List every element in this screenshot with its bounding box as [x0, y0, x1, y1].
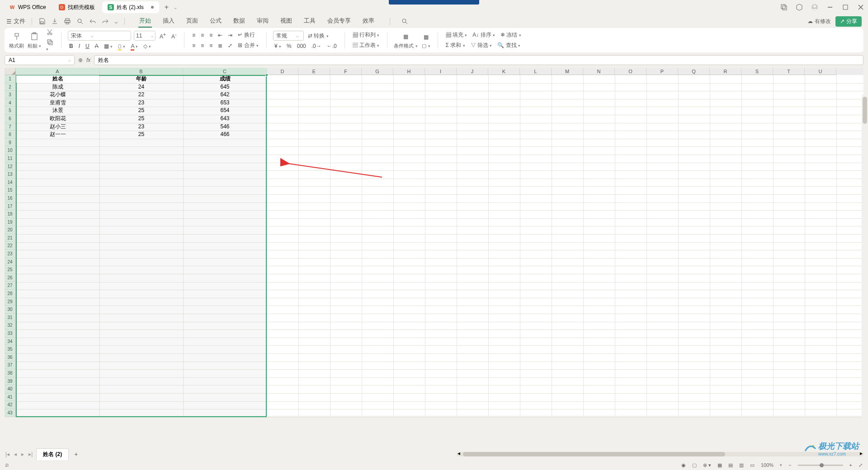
data-cell[interactable]: 25 [99, 107, 183, 115]
search-icon[interactable] [401, 18, 408, 25]
data-cell[interactable]: 642 [183, 91, 267, 99]
redo-button[interactable] [102, 18, 109, 25]
row-header[interactable]: 18 [5, 210, 16, 218]
number-format-select[interactable]: 常规 ⌵ [273, 31, 304, 41]
column-header[interactable]: A [16, 68, 99, 75]
sheet-nav-prev[interactable]: ◂ [13, 451, 18, 457]
data-cell[interactable]: 25 [99, 131, 183, 139]
row-header[interactable]: 19 [5, 218, 16, 226]
indent-increase-button[interactable]: ⇥ [226, 32, 234, 39]
sheet-add-button[interactable]: + [71, 451, 80, 458]
row-header[interactable]: 29 [5, 298, 16, 306]
align-bottom-button[interactable]: ≡ [208, 32, 214, 39]
print-preview-icon[interactable] [76, 18, 84, 25]
menu-insert[interactable]: 插入 [162, 15, 175, 28]
formula-input[interactable]: 姓名 [94, 55, 863, 65]
save-icon[interactable] [38, 18, 46, 25]
font-size-select[interactable]: 11 ⌵ [134, 31, 156, 41]
multi-window-icon[interactable] [780, 4, 788, 11]
paste-button[interactable]: 粘贴 ▾ [28, 32, 41, 49]
header-cell[interactable]: 年龄 [99, 75, 183, 83]
file-menu[interactable]: ☰ 文件 [6, 17, 25, 25]
menu-member[interactable]: 会员专享 [326, 15, 352, 28]
row-header[interactable]: 41 [5, 393, 16, 401]
column-header[interactable]: E [298, 68, 330, 75]
data-cell[interactable]: 花小蝶 [16, 91, 99, 99]
export-icon[interactable] [51, 18, 58, 25]
align-justify-button[interactable]: ≣ [217, 42, 224, 49]
worksheet-button[interactable]: ▤ 工作表 ▾ [351, 41, 381, 50]
row-header[interactable]: 35 [5, 345, 16, 353]
row-header[interactable]: 25 [5, 266, 16, 274]
sheet-nav-next[interactable]: ▸ [20, 451, 25, 457]
row-header[interactable]: 11 [5, 155, 16, 163]
row-header[interactable]: 7 [5, 123, 16, 131]
clipboard-icon[interactable]: ▢ [692, 462, 697, 468]
decrease-font-button[interactable]: A- [170, 32, 178, 40]
row-header[interactable]: 34 [5, 338, 16, 346]
column-header[interactable]: I [425, 68, 457, 75]
menu-review[interactable]: 审阅 [256, 15, 269, 28]
menu-page[interactable]: 页面 [185, 15, 199, 28]
row-header[interactable]: 42 [5, 401, 16, 409]
row-header[interactable]: 26 [5, 274, 16, 282]
horizontal-scrollbar[interactable]: ◂ ▸ [457, 452, 863, 456]
row-header[interactable]: 12 [5, 163, 16, 171]
row-header[interactable]: 20 [5, 226, 16, 234]
settings-icon[interactable]: ⊕ ▾ [703, 462, 711, 468]
sheet-nav-first[interactable]: |◂ [5, 451, 10, 457]
row-header[interactable]: 39 [5, 377, 16, 385]
column-header[interactable]: D [267, 68, 298, 75]
print-icon[interactable] [64, 18, 71, 25]
menu-tools[interactable]: 工具 [303, 15, 316, 28]
quick-access-dropdown[interactable]: ⌵ [114, 18, 118, 25]
menu-view[interactable]: 视图 [279, 15, 293, 28]
cond-format-button[interactable]: ▦ 条件格式 ▾ [394, 32, 417, 49]
tab-document-active[interactable]: S 姓名 (2).xls [102, 1, 159, 13]
align-center-button[interactable]: ≡ [199, 42, 205, 49]
freeze-button[interactable]: ❄ 冻结 ▾ [499, 31, 523, 39]
view-page-button[interactable]: ▤ [728, 462, 733, 468]
comma-button[interactable]: 000 [296, 42, 307, 50]
data-cell[interactable]: 24 [99, 83, 183, 91]
border-button[interactable]: ▦ ▾ [103, 42, 114, 50]
view-break-button[interactable]: ▥ [739, 462, 744, 468]
data-cell[interactable]: 陈成 [16, 83, 99, 91]
column-header[interactable]: N [583, 68, 615, 75]
row-header[interactable]: 17 [5, 202, 16, 211]
data-cell[interactable]: 赵一一 [16, 131, 99, 139]
data-cell[interactable]: 沐景 [16, 107, 99, 115]
italic-button[interactable]: I [77, 42, 81, 50]
row-header[interactable]: 23 [5, 250, 16, 258]
increase-font-button[interactable]: A+ [158, 32, 167, 40]
column-header[interactable]: Q [678, 68, 710, 75]
zoom-in-button[interactable]: + [849, 462, 852, 468]
column-header[interactable]: T [773, 68, 805, 75]
column-header[interactable]: U [805, 68, 836, 75]
fill-button[interactable]: ▦ 填充 ▾ [444, 31, 469, 39]
column-header[interactable]: S [741, 68, 773, 75]
data-cell[interactable]: 653 [183, 99, 267, 107]
column-header[interactable]: B [99, 68, 183, 75]
sheet-nav-last[interactable]: ▸| [28, 451, 33, 457]
user-avatar-icon[interactable] [811, 4, 818, 11]
status-icon[interactable]: ⎚ [5, 462, 9, 468]
zoom-out-button[interactable]: − [788, 462, 791, 468]
decimal-increase-button[interactable]: .0→ [310, 42, 323, 50]
row-header[interactable]: 32 [5, 321, 16, 329]
data-cell[interactable]: 22 [99, 91, 183, 99]
row-header[interactable]: 36 [5, 353, 16, 362]
row-header[interactable]: 4 [5, 99, 16, 107]
view-normal-button[interactable]: ▦ [717, 462, 722, 468]
column-header[interactable]: L [520, 68, 552, 75]
sync-status[interactable]: ☁ 有修改 [807, 18, 831, 25]
zoom-value[interactable]: 100% [761, 462, 774, 468]
table-style-button[interactable]: ▦ ▢ ▾ [421, 32, 431, 49]
column-header[interactable]: P [646, 68, 678, 75]
row-header[interactable]: 24 [5, 258, 16, 266]
row-header[interactable]: 3 [5, 91, 16, 99]
indent-decrease-button[interactable]: ⇤ [217, 32, 224, 39]
row-header[interactable]: 43 [5, 409, 16, 417]
cut-button[interactable] [45, 28, 55, 36]
data-cell[interactable]: 23 [99, 123, 183, 131]
